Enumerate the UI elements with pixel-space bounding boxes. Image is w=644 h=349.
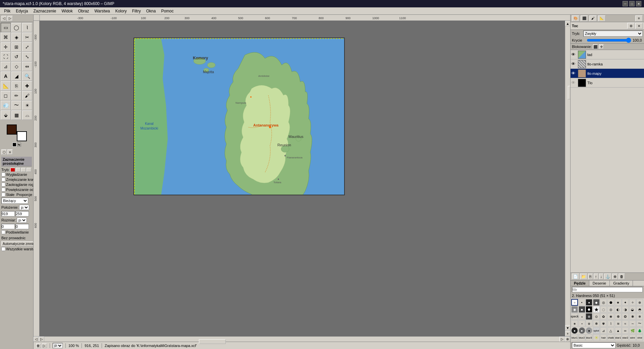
brush-cell-29[interactable]: ❃ bbox=[629, 313, 636, 320]
layer-item-mapy[interactable]: 👁 tło-mapy bbox=[571, 69, 644, 78]
free-select-tool[interactable]: ⌇ bbox=[22, 23, 32, 32]
rozmiar-unit-select[interactable]: px bbox=[17, 217, 27, 223]
swap-colors-icon[interactable]: ⇆ bbox=[17, 143, 21, 147]
menu-pomoc[interactable]: Pomoc bbox=[158, 8, 176, 14]
brushes-tab-gradienty[interactable]: Gradienty bbox=[610, 281, 633, 286]
color-picker-tool[interactable]: ◢ bbox=[11, 71, 21, 81]
layers-config-btn[interactable]: ⚙ bbox=[627, 23, 635, 29]
brush-cell-56[interactable]: chalk bbox=[607, 334, 614, 341]
brush-cell-58[interactable]: star2 bbox=[622, 334, 629, 341]
close-button[interactable]: ✕ bbox=[636, 1, 641, 6]
brush-cell-25[interactable]: ✿ bbox=[600, 313, 607, 320]
brush-cell-38[interactable]: ≈ bbox=[622, 320, 629, 327]
brush-cell-1[interactable]: ○ bbox=[571, 299, 578, 306]
shear-tool[interactable]: ⊿ bbox=[1, 62, 11, 71]
hscroll-left-btn[interactable]: ◁ bbox=[34, 337, 39, 342]
unit-select[interactable]: px bbox=[53, 343, 63, 348]
clone-tool[interactable]: ⎘ bbox=[11, 81, 21, 91]
by-color-tool[interactable]: ◈ bbox=[11, 33, 21, 42]
brush-cell-23[interactable]: ⊗ bbox=[586, 313, 592, 320]
brush-cell-37[interactable]: ≋ bbox=[615, 320, 622, 327]
brush-cell-34[interactable]: ✻ bbox=[593, 320, 600, 327]
brush-cell-16[interactable]: ◍ bbox=[607, 306, 614, 313]
menu-okna[interactable]: Okna bbox=[144, 8, 159, 14]
brush-cell-8[interactable]: ✦ bbox=[622, 299, 629, 306]
move-tool[interactable]: ✛ bbox=[1, 42, 11, 52]
brush-cell-30[interactable]: ❄ bbox=[636, 313, 643, 320]
layer-anchor-btn[interactable]: ⚓ bbox=[604, 273, 611, 280]
maximize-button[interactable]: □ bbox=[629, 1, 635, 6]
menu-plik[interactable]: Plik bbox=[1, 8, 13, 14]
layer-eye-ramka[interactable]: 👁 bbox=[571, 61, 577, 67]
brush-cell-41[interactable]: ● bbox=[571, 327, 578, 334]
brush-cell-15[interactable]: ◌ bbox=[600, 306, 607, 313]
zoom-in-btn[interactable]: + bbox=[565, 331, 571, 336]
opacity-slider[interactable] bbox=[587, 38, 631, 43]
menu-edycja[interactable]: Edycja bbox=[13, 8, 31, 14]
brush-cell-4[interactable]: ◆ bbox=[593, 299, 600, 306]
brush-cell-44[interactable]: splot bbox=[593, 327, 600, 334]
layer-folder-btn[interactable]: 📁 bbox=[580, 273, 587, 280]
pencil-tool[interactable]: ✏ bbox=[11, 91, 21, 100]
brush-cell-11[interactable]: ◉ bbox=[571, 306, 578, 313]
menu-zaznaczenie[interactable]: Zaznaczenie bbox=[31, 8, 59, 14]
eraser-tool[interactable]: ◻ bbox=[1, 91, 11, 100]
fg-color-swatch[interactable] bbox=[7, 124, 17, 135]
biezacy-select[interactable]: Bieżący bbox=[1, 198, 28, 204]
measure-tool[interactable]: 📐 bbox=[1, 81, 11, 91]
align-tool[interactable]: ⊞ bbox=[11, 42, 21, 52]
brush-cell-3[interactable]: ● bbox=[586, 299, 592, 306]
right-tab-4[interactable]: 📐 bbox=[598, 15, 605, 21]
brush-cell-10[interactable]: ⊕ bbox=[636, 299, 643, 306]
brush-cell-50[interactable]: 🌲 bbox=[636, 327, 643, 334]
brush-cell-13[interactable]: ● bbox=[586, 306, 592, 313]
polozenie-x-input[interactable] bbox=[1, 211, 15, 216]
layer-item-lad[interactable]: 👁 ład bbox=[571, 50, 644, 59]
menu-widok[interactable]: Widok bbox=[59, 8, 75, 14]
bucket-fill-tool[interactable]: ⬙ bbox=[1, 110, 11, 120]
brush-cell-60[interactable]: vine bbox=[636, 334, 643, 341]
brush-cell-54[interactable]: ☀ bbox=[593, 334, 600, 341]
brush-set-select[interactable]: Basic bbox=[572, 342, 615, 348]
brush-cell-33[interactable]: ※ bbox=[586, 320, 592, 327]
hscroll-right-btn[interactable]: ▷ bbox=[559, 337, 565, 342]
brush-filter-input[interactable] bbox=[572, 287, 643, 292]
polozenie-y-input[interactable] bbox=[15, 211, 29, 216]
right-panel-menu-btn[interactable]: ≡ bbox=[635, 15, 643, 21]
rotate-tool[interactable]: ↺ bbox=[11, 52, 21, 61]
brush-cell-22[interactable]: ∘ bbox=[579, 313, 585, 320]
brushes-tab-pedzle[interactable]: Pędzle bbox=[571, 281, 589, 286]
brush-cell-5[interactable]: ◎ bbox=[600, 299, 607, 306]
layer-new-btn[interactable]: 📄 bbox=[572, 273, 579, 280]
rozmiar-y-input[interactable] bbox=[15, 224, 29, 229]
brush-cell-17[interactable]: ◐ bbox=[615, 306, 622, 313]
brush-cell-57[interactable]: star1 bbox=[615, 334, 622, 341]
powiększanie-check[interactable] bbox=[1, 188, 5, 192]
lock-pos-btn[interactable]: ✛ bbox=[599, 44, 604, 49]
brush-cell-53[interactable]: blur3 bbox=[586, 334, 592, 341]
brush-cell-36[interactable]: ⌇ bbox=[607, 320, 614, 327]
blend-tool[interactable]: ▦ bbox=[11, 110, 21, 120]
layer-delete-btn[interactable]: 🗑 bbox=[619, 273, 625, 280]
brush-cell-31[interactable]: ∗ bbox=[571, 320, 578, 327]
brush-cell-59[interactable]: wire bbox=[629, 334, 636, 341]
quick-mask-btn[interactable]: ⬡ bbox=[1, 149, 7, 155]
vscroll-thumb[interactable] bbox=[568, 86, 571, 99]
menu-filtry[interactable]: Filtry bbox=[129, 8, 144, 14]
brushes-tab-desenie[interactable]: Desenie bbox=[589, 281, 610, 286]
lock-px-btn[interactable]: ⬛ bbox=[593, 44, 598, 49]
polozenie-unit-select[interactable]: px bbox=[19, 205, 29, 210]
brush-cell-32[interactable]: ⋆ bbox=[579, 320, 585, 327]
brush-cell-48[interactable]: ∞ bbox=[622, 327, 629, 334]
vscroll-up-btn[interactable]: ▲ bbox=[565, 21, 571, 26]
layer-duplicate-btn[interactable]: ⎘ bbox=[588, 273, 593, 280]
menu-obraz[interactable]: Obraz bbox=[75, 8, 92, 14]
rect-select-tool[interactable]: ▭ bbox=[1, 23, 11, 32]
brush-cell-40[interactable]: 〜 bbox=[636, 320, 643, 327]
default-colors-icon[interactable] bbox=[12, 143, 16, 147]
tryb-add-icon[interactable] bbox=[16, 168, 20, 172]
rozmiar-x-input[interactable] bbox=[1, 224, 15, 229]
brush-cell-21[interactable]: speck bbox=[571, 313, 578, 320]
brush-cell-49[interactable]: 🌿 bbox=[629, 327, 636, 334]
right-tab-3[interactable]: 🖌 bbox=[589, 15, 597, 21]
